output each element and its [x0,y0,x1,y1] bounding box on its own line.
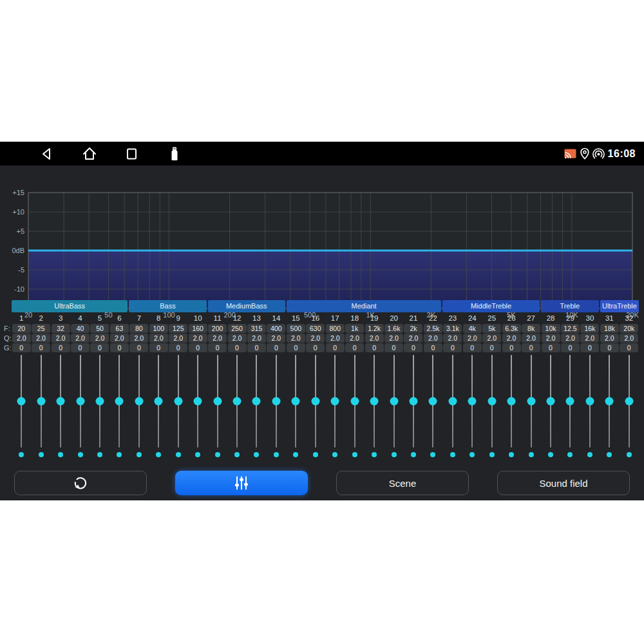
slider-knob-15[interactable] [292,397,300,406]
slider-knob-26[interactable] [507,397,516,406]
eq-slider-25[interactable] [482,355,502,448]
band-segment-treble[interactable]: Treble [541,300,599,312]
slider-knob-5[interactable] [95,397,104,406]
slider-knob-23[interactable] [448,397,457,406]
eq-slider-1[interactable] [12,355,31,448]
slider-knob-18[interactable] [350,397,359,406]
eq-slider-29[interactable] [560,355,580,448]
usb-device-icon[interactable] [167,146,182,162]
eq-slider-11[interactable] [207,355,227,448]
eq-slider-28[interactable] [541,355,560,448]
frequency-chip-29: 12.5 [561,324,580,333]
slider-knob-22[interactable] [429,397,437,406]
equalizer-button[interactable] [175,471,308,495]
eq-slider-32[interactable] [620,355,639,448]
slider-knob-2[interactable] [37,397,45,406]
frequency-chip-28: 10k [542,324,560,333]
eq-slider-13[interactable] [247,355,266,448]
slider-knob-27[interactable] [527,397,535,406]
slider-knob-30[interactable] [585,397,594,406]
slider-knob-29[interactable] [566,397,574,406]
q-factor-chip-17: 2.0 [326,334,345,343]
band-segment-ultrabass[interactable]: UltraBass [12,300,128,312]
channel-number-7: 7 [129,314,149,323]
eq-slider-19[interactable] [365,355,384,448]
slider-knob-11[interactable] [213,397,222,406]
eq-slider-12[interactable] [227,355,247,448]
eq-slider-18[interactable] [345,355,364,448]
band-segment-middletreble[interactable]: MiddleTreble [442,300,539,312]
eq-slider-6[interactable] [109,355,129,448]
slider-knob-25[interactable] [488,397,496,406]
eq-slider-15[interactable] [286,355,305,448]
slider-knob-24[interactable] [468,397,477,406]
slider-knob-14[interactable] [272,397,280,406]
eq-slider-7[interactable] [129,355,149,448]
slider-knob-19[interactable] [370,397,379,406]
slider-knob-10[interactable] [194,397,202,406]
scene-button[interactable]: Scene [336,471,469,495]
gain-chip-25: 0 [482,343,501,352]
channel-dot-16 [313,452,318,457]
gain-chip-18: 0 [345,343,364,352]
eq-slider-30[interactable] [580,355,600,448]
slider-knob-12[interactable] [233,397,242,406]
slider-knob-28[interactable] [547,397,555,406]
slider-knob-13[interactable] [252,397,261,406]
eq-slider-10[interactable] [188,355,207,448]
slider-knob-4[interactable] [76,397,84,406]
eq-slider-16[interactable] [306,355,325,448]
eq-slider-9[interactable] [169,355,188,448]
q-factor-chip-11: 2.0 [208,334,227,343]
eq-sliders-icon [233,475,250,491]
eq-slider-2[interactable] [31,355,50,448]
eq-slider-22[interactable] [423,355,442,448]
channel-dot-27 [529,452,534,457]
eq-slider-4[interactable] [70,355,90,448]
q-factor-chip-5: 2.0 [90,334,109,343]
slider-knob-16[interactable] [311,397,319,406]
frequency-chip-1: 20 [12,324,31,333]
slider-knob-1[interactable] [17,397,26,406]
channel-number-32: 32 [620,314,639,323]
slider-knob-6[interactable] [115,397,124,406]
eq-slider-5[interactable] [90,355,109,448]
slider-knob-8[interactable] [155,397,163,406]
q-factor-chip-18: 2.0 [345,334,364,343]
sound-field-button[interactable]: Sound field [497,471,630,495]
reset-button[interactable] [14,471,147,495]
eq-slider-17[interactable] [325,355,345,448]
recents-icon[interactable] [124,146,140,162]
eq-slider-23[interactable] [443,355,462,448]
slider-knob-7[interactable] [135,397,143,406]
eq-slider-26[interactable] [502,355,521,448]
eq-slider-3[interactable] [51,355,70,448]
slider-knob-9[interactable] [174,397,182,406]
channel-number-15: 15 [286,314,305,323]
q-factor-chip-2: 2.0 [32,334,50,343]
home-icon[interactable] [82,146,97,162]
band-segment-ultratreble[interactable]: UltraTreble [600,300,639,312]
eq-slider-8[interactable] [149,355,168,448]
svg-text:+10: +10 [12,208,24,216]
eq-slider-27[interactable] [521,355,540,448]
slider-knob-3[interactable] [57,397,65,406]
band-segment-bass[interactable]: Bass [129,300,206,312]
band-segment-mediumbass[interactable]: MediumBass [208,300,285,312]
eq-slider-20[interactable] [384,355,403,448]
eq-slider-31[interactable] [600,355,619,448]
slider-knob-17[interactable] [331,397,339,406]
slider-knob-20[interactable] [390,397,398,406]
gain-chip-3: 0 [52,343,70,352]
back-icon[interactable] [39,146,55,162]
eq-slider-14[interactable] [267,355,286,448]
channel-number-5: 5 [90,314,109,323]
eq-slider-21[interactable] [404,355,423,448]
eq-slider-24[interactable] [462,355,482,448]
slider-knob-21[interactable] [409,397,417,406]
band-segment-mediant[interactable]: Mediant [287,300,442,312]
slider-knob-32[interactable] [625,397,633,406]
svg-text:+15: +15 [12,189,24,196]
slider-knob-31[interactable] [605,397,614,406]
channel-dot-2 [39,452,44,457]
